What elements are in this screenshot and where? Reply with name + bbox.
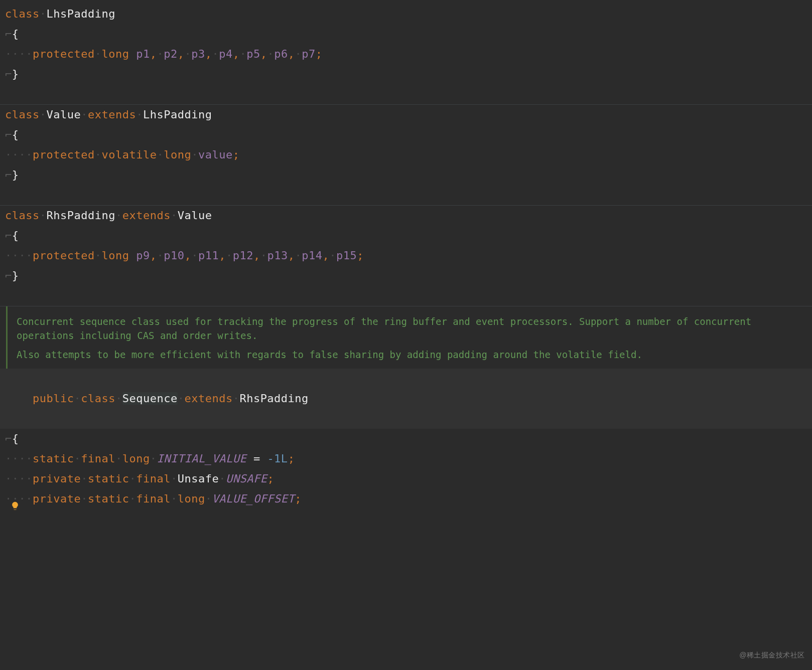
code-line[interactable]: ⌐} xyxy=(0,64,812,84)
blank-line[interactable] xyxy=(0,84,812,104)
code-line[interactable]: ····protected·volatile·long·value; xyxy=(0,145,812,165)
code-line[interactable]: ····protected·long p1,·p2,·p3,·p4,·p5,·p… xyxy=(0,44,812,64)
watermark-text: @稀土掘金技术社区 xyxy=(739,645,805,665)
code-line[interactable]: ····private·static·final·Unsafe·UNSAFE; xyxy=(0,469,812,489)
class-name: RhsPadding xyxy=(46,209,115,222)
code-line[interactable]: ⌐{ xyxy=(0,24,812,44)
code-line-highlighted[interactable]: public·class·Sequence·extends·RhsPadding xyxy=(0,369,812,429)
code-line[interactable]: class·RhsPadding·extends·Value xyxy=(0,206,812,226)
code-line[interactable]: ⌐} xyxy=(0,165,812,185)
code-line[interactable]: ····private·static·final·long·VALUE_OFFS… xyxy=(0,489,812,509)
doc-paragraph: Also attempts to be more efficient with … xyxy=(17,348,803,362)
code-line[interactable]: ····protected·long p9,·p10,·p11,·p12,·p1… xyxy=(0,246,812,266)
code-line[interactable]: class·Value·extends·LhsPadding xyxy=(0,105,812,125)
blank-line[interactable] xyxy=(0,286,812,306)
code-line[interactable]: ····static·final·long·INITIAL_VALUE = -1… xyxy=(0,449,812,469)
code-line[interactable]: ⌐{ xyxy=(0,429,812,449)
code-line[interactable]: class·LhsPadding xyxy=(0,4,812,24)
code-line[interactable]: ⌐{ xyxy=(0,125,812,145)
class-name: LhsPadding xyxy=(46,8,115,20)
code-editor[interactable]: class·LhsPadding ⌐{ ····protected·long p… xyxy=(0,0,812,509)
keyword-class: class xyxy=(5,8,40,20)
intention-bulb-icon[interactable] xyxy=(10,497,20,508)
code-line[interactable]: ⌐} xyxy=(0,266,812,286)
doc-paragraph: Concurrent sequence class used for track… xyxy=(17,314,803,343)
code-line[interactable]: ⌐{ xyxy=(0,226,812,246)
class-name-selected: Sequence xyxy=(122,392,178,405)
blank-line[interactable] xyxy=(0,185,812,205)
rendered-javadoc[interactable]: Concurrent sequence class used for track… xyxy=(6,306,812,369)
class-name: Value xyxy=(46,108,81,121)
